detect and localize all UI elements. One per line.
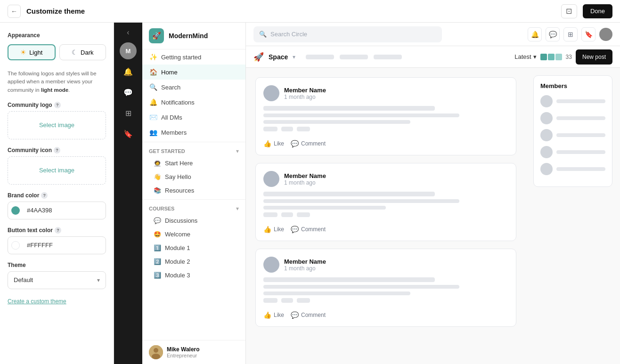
tag-skel-3c: [297, 298, 310, 303]
brand-color-swatch: [8, 202, 23, 219]
community-logo-upload[interactable]: Select image: [8, 111, 106, 139]
post-actions-2: 👍 Like 💬 Comment: [263, 226, 508, 233]
topbar-grid-button[interactable]: ⊞: [563, 27, 578, 41]
post-skel-1a: [263, 106, 435, 111]
community-logo-help-icon[interactable]: ?: [54, 102, 61, 108]
search-placeholder: Search Circle: [270, 31, 307, 38]
sidebar-item-dms[interactable]: ✉️ All DMs: [142, 110, 245, 125]
community-icon-upload[interactable]: Select image: [8, 156, 106, 185]
button-text-color-circle: [11, 241, 20, 250]
new-post-button[interactable]: New post: [576, 49, 612, 65]
search-label: Search: [161, 84, 180, 91]
circle-nav-grid-icon[interactable]: ⊞: [120, 105, 137, 121]
footer-name: Mike Walero: [167, 346, 200, 353]
tag-skel-1b: [281, 127, 293, 131]
content-topbar: 🔍 Search Circle 🔔 💬 ⊞ 🔖: [246, 23, 620, 46]
theme-select[interactable]: Default ▾: [8, 271, 106, 289]
post-card-2: Member Name 1 month ago: [255, 163, 516, 241]
topbar-user-avatar[interactable]: [599, 28, 612, 41]
member-skel-3: [556, 133, 605, 137]
brand-color-input[interactable]: #4AA398: [8, 202, 106, 219]
tab-skel-2: [340, 55, 368, 59]
post-avatar-1: [263, 85, 279, 101]
space-header: 🚀 Space ▾ Latest ▾: [246, 46, 620, 68]
post-time-1: 1 month ago: [284, 94, 326, 100]
like-button-2[interactable]: 👍 Like: [263, 226, 284, 233]
sidebar-item-home[interactable]: 🏠 Home: [142, 65, 245, 80]
circle-nav-bell-icon[interactable]: 🔔: [120, 63, 137, 80]
circle-nav-bookmark-icon[interactable]: 🔖: [120, 125, 137, 142]
sidebar-item-module2[interactable]: 2️⃣ Module 2: [142, 255, 245, 268]
footer-avatar: [149, 345, 163, 359]
like-icon-1: 👍: [263, 140, 271, 147]
sidebar-item-members[interactable]: 👥 Members: [142, 125, 245, 140]
member-row-5: [540, 163, 605, 175]
post-header-3: Member Name 1 month ago: [263, 257, 508, 273]
courses-collapse-icon[interactable]: ▾: [236, 205, 239, 212]
sidebar-item-module3[interactable]: 3️⃣ Module 3: [142, 268, 245, 282]
dark-theme-button[interactable]: ☾ Dark: [59, 44, 106, 60]
say-hello-icon: 👋: [154, 173, 161, 180]
sidebar-nav: ✨ Getting started 🏠 Home 🔍 Search 🔔 Noti…: [142, 49, 245, 340]
members-nav-label: Members: [161, 129, 187, 136]
sort-dropdown[interactable]: Latest ▾: [514, 53, 536, 60]
main-layout: Appearance ☀ Light ☾ Dark The following …: [0, 23, 620, 364]
home-label: Home: [161, 69, 178, 76]
sidebar-item-module1[interactable]: 1️⃣ Module 1: [142, 241, 245, 255]
select-image-icon-label: Select image: [39, 167, 74, 174]
search-box[interactable]: 🔍 Search Circle: [253, 26, 442, 42]
sidebar-item-getting-started[interactable]: ✨ Getting started: [142, 49, 245, 65]
comment-button-2[interactable]: 💬 Comment: [291, 226, 326, 233]
sidebar-item-start-here[interactable]: 🧑‍🚀 Start Here: [142, 156, 245, 170]
post-skel-2b: [263, 199, 459, 203]
sidebar-divider-2: [142, 199, 245, 200]
done-button[interactable]: Done: [583, 4, 612, 18]
post-author-1: Member Name: [284, 87, 326, 94]
member-row-3: [540, 129, 605, 141]
sidebar-divider-1: [142, 142, 245, 142]
light-theme-button[interactable]: ☀ Light: [8, 44, 56, 60]
post-skel-3c: [263, 291, 410, 295]
create-custom-theme-link[interactable]: Create a custom theme: [8, 298, 66, 305]
back-button[interactable]: ←: [8, 5, 21, 18]
button-text-color-label: Button text color ?: [8, 227, 106, 234]
button-text-color-help-icon[interactable]: ?: [55, 227, 61, 234]
tab-skel-1: [306, 55, 334, 59]
count-sq-2: [548, 54, 555, 60]
module3-icon: 3️⃣: [154, 272, 161, 279]
preview-button[interactable]: ⊡: [561, 4, 577, 18]
sidebar-item-search[interactable]: 🔍 Search: [142, 80, 245, 95]
member-skel-2: [556, 116, 605, 120]
like-button-1[interactable]: 👍 Like: [263, 140, 284, 147]
circle-nav-back-icon[interactable]: ‹: [127, 28, 129, 37]
sidebar-item-resources[interactable]: 📚 Resources: [142, 184, 245, 197]
svg-point-2: [152, 354, 160, 359]
sidebar-item-welcome[interactable]: 🤩 Welcome: [142, 227, 245, 241]
comment-button-3[interactable]: 💬 Comment: [291, 311, 326, 319]
sidebar-item-say-hello[interactable]: 👋 Say Hello: [142, 170, 245, 184]
sidebar-item-discussions[interactable]: 💬 Discussions: [142, 214, 245, 227]
sidebar-item-notifications[interactable]: 🔔 Notifications: [142, 95, 245, 110]
community-logo-label: Community logo ?: [8, 102, 106, 108]
topbar-bell-button[interactable]: 🔔: [528, 27, 542, 41]
topbar-message-button[interactable]: 💬: [546, 27, 560, 41]
post-skel-1b: [263, 113, 459, 117]
member-skel-1: [556, 99, 605, 103]
theme-select-label: Default: [14, 276, 97, 283]
button-text-color-input[interactable]: #FFFFFF: [8, 236, 106, 254]
brand-color-help-icon[interactable]: ?: [41, 192, 48, 199]
count-sq-3: [555, 54, 562, 60]
post-actions-1: 👍 Like 💬 Comment: [263, 140, 508, 147]
community-icon-help-icon[interactable]: ?: [54, 147, 60, 154]
tag-skel-2b: [281, 212, 293, 217]
post-skel-3a: [263, 277, 435, 282]
topbar-bookmark-button[interactable]: 🔖: [581, 27, 596, 41]
post-author-2: Member Name: [284, 172, 326, 179]
post-card-3: Member Name 1 month ago: [255, 249, 516, 327]
dark-label: Dark: [81, 49, 93, 56]
like-button-3[interactable]: 👍 Like: [263, 311, 284, 319]
comment-button-1[interactable]: 💬 Comment: [291, 140, 326, 147]
circle-nav-chat-icon[interactable]: 💬: [120, 84, 137, 101]
get-started-collapse-icon[interactable]: ▾: [236, 148, 239, 154]
preview-icon: ⊡: [566, 7, 572, 16]
